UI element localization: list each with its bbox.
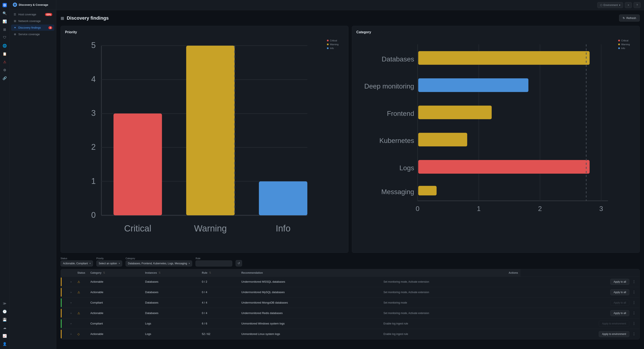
help-button[interactable]: ? bbox=[634, 2, 640, 8]
svg-rect-20 bbox=[259, 181, 307, 215]
rule-sort-icon: ⇅ bbox=[209, 271, 211, 274]
td-status: Actionable bbox=[88, 329, 143, 339]
filter-priority-select[interactable]: Select an option ▾ bbox=[96, 260, 122, 266]
more-options-button[interactable]: ⋮ bbox=[631, 310, 637, 316]
settings-rail-icon[interactable]: ⚙ bbox=[1, 67, 8, 73]
cloud-rail-icon[interactable]: ☁ bbox=[1, 324, 8, 331]
action-button[interactable]: Apply to environment bbox=[599, 331, 629, 337]
integrations-rail-icon[interactable]: 🔗 bbox=[1, 75, 8, 82]
category-value: Databases bbox=[145, 290, 158, 294]
filter-status-label: Status bbox=[60, 257, 93, 260]
sidebar-label-network: Network coverage bbox=[18, 20, 41, 23]
search-rail-icon[interactable]: 🔍 bbox=[1, 10, 8, 17]
svg-rect-45 bbox=[418, 160, 590, 174]
more-options-button[interactable]: ⋮ bbox=[631, 300, 637, 305]
chart-rail-icon[interactable]: 📈 bbox=[1, 332, 8, 339]
td-category: Databases bbox=[143, 297, 200, 308]
filter-rule-input[interactable] bbox=[198, 262, 230, 265]
monitor-rail-icon[interactable]: 📊 bbox=[1, 18, 8, 25]
clock-rail-icon[interactable]: 🕐 bbox=[1, 308, 8, 315]
actions-cell: Apply to all ⋮ bbox=[523, 310, 637, 316]
td-priority-icon: ⚠ bbox=[75, 276, 88, 287]
warning-priority-icon: ⚠ bbox=[78, 311, 80, 315]
th-instances[interactable]: Instances ⇅ bbox=[143, 269, 200, 277]
logo-icon bbox=[1, 2, 8, 9]
filter-rule-label: Rule bbox=[196, 257, 232, 260]
expand-rail-icon[interactable]: ≫ bbox=[1, 300, 8, 307]
th-rule[interactable]: Rule ⇅ bbox=[200, 269, 239, 277]
diamond-priority-icon: ◇ bbox=[78, 332, 80, 336]
svg-rect-44 bbox=[418, 133, 467, 147]
td-rule: Unmonitored Linux system logs bbox=[239, 329, 381, 339]
priority-legend: Critical Warning Info bbox=[327, 38, 344, 50]
sidebar-item-service-coverage[interactable]: ⊕ Service coverage bbox=[11, 31, 54, 37]
alert-rail-icon[interactable]: ⚠ bbox=[1, 59, 8, 65]
filter-status-group: Status Actionable, Compliant ▾ bbox=[60, 257, 93, 266]
row-expand-button[interactable]: › bbox=[70, 301, 72, 305]
page-title-icon: ▦ bbox=[60, 16, 64, 21]
svg-text:5: 5 bbox=[91, 41, 96, 50]
sidebar-item-host-coverage[interactable]: ☰ Host coverage 43% bbox=[11, 11, 54, 18]
sidebar-item-network-coverage[interactable]: ⊞ Network coverage bbox=[11, 18, 54, 24]
sidebar-item-discovery-findings[interactable]: ✦ Discovery findings 3 bbox=[11, 25, 54, 31]
add-button[interactable]: + bbox=[625, 2, 632, 8]
svg-text:3: 3 bbox=[599, 205, 603, 212]
more-options-button[interactable]: ⋮ bbox=[631, 279, 637, 284]
svg-text:Warning: Warning bbox=[194, 223, 227, 233]
svg-text:Frontend: Frontend bbox=[387, 110, 414, 117]
td-status: Compliant bbox=[88, 318, 143, 329]
network-icon: ⊞ bbox=[13, 20, 17, 23]
row-expand-button[interactable]: › bbox=[70, 311, 72, 315]
row-expand-button[interactable]: › bbox=[70, 322, 72, 325]
td-recommendation: Set monitoring mode, Activate extension bbox=[381, 308, 520, 318]
icon-rail: 🔍 📊 ⊞ 🛡 🌐 📋 ⚠ ⚙ 🔗 ≫ 🕐 💾 ☁ 📈 👤 bbox=[0, 0, 10, 349]
env-chevron: ▾ bbox=[619, 4, 620, 7]
td-recommendation: Enable log ingest rule bbox=[381, 318, 520, 329]
page-title-row: ▦ Discovery findings bbox=[60, 15, 109, 21]
th-category[interactable]: Category ⇅ bbox=[88, 269, 143, 277]
row-expand-button[interactable]: › bbox=[70, 332, 72, 336]
filter-rule-input-wrapper bbox=[196, 260, 232, 266]
row-expand-button[interactable]: › bbox=[70, 280, 72, 284]
td-rule: Unmonitored Windows system logs bbox=[239, 318, 381, 329]
actions-cell: Apply to all ⋮ bbox=[523, 279, 637, 285]
recommendation-value: Set monitoring mode, Activate extension bbox=[384, 312, 429, 315]
env-selector[interactable]: ⬡ Environment ▾ bbox=[597, 2, 623, 8]
env-icon: ⬡ bbox=[600, 4, 602, 7]
priority-chart-title: Priority bbox=[65, 30, 344, 34]
svg-rect-19 bbox=[186, 46, 234, 215]
recommendation-value: Set monitoring mode, Activate extension bbox=[384, 280, 429, 283]
filter-category-select[interactable]: Databases, Frontend, Kubernetes, Logs, M… bbox=[126, 260, 192, 266]
shield-rail-icon[interactable]: 🛡 bbox=[1, 34, 8, 41]
row-expand-button[interactable]: › bbox=[70, 290, 72, 294]
refresh-button[interactable]: ↻ Refresh bbox=[619, 15, 640, 22]
td-category: Logs bbox=[143, 329, 200, 339]
service-icon: ⊕ bbox=[13, 33, 17, 36]
person-rail-icon[interactable]: 👤 bbox=[1, 340, 8, 347]
more-options-button[interactable]: ⋮ bbox=[631, 289, 637, 295]
td-instances: 52 / 62 bbox=[200, 329, 239, 339]
globe-rail-icon[interactable]: 🌐 bbox=[1, 42, 8, 49]
td-indicator bbox=[61, 287, 67, 297]
td-actions: Apply to all ⋮ bbox=[520, 308, 640, 318]
cat-info-label: Info bbox=[621, 47, 625, 50]
action-button[interactable]: Apply to all bbox=[610, 310, 629, 316]
action-button[interactable]: Apply to all bbox=[610, 279, 629, 285]
reset-filters-button[interactable]: ↺ bbox=[236, 260, 242, 266]
table-row: › ⚠ Actionable Databases 0 / 4 Undermoni… bbox=[61, 287, 640, 297]
recommendation-value: Set monitoring mode, Activate extension bbox=[384, 291, 429, 294]
critical-label: Critical bbox=[330, 39, 337, 42]
action-button: Apply to environment bbox=[599, 321, 629, 326]
more-options-button[interactable]: ⋮ bbox=[631, 331, 637, 337]
cat-legend-critical: Critical bbox=[618, 39, 635, 42]
filter-status-select[interactable]: Actionable, Compliant ▾ bbox=[60, 260, 93, 266]
grid-rail-icon[interactable]: ⊞ bbox=[1, 26, 8, 33]
storage-rail-icon[interactable]: 💾 bbox=[1, 316, 8, 323]
td-instances: 0 / 4 bbox=[200, 287, 239, 297]
more-options-button[interactable]: ⋮ bbox=[631, 321, 637, 326]
status-value: Actionable bbox=[90, 332, 104, 335]
td-expand: › bbox=[67, 287, 75, 297]
action-button[interactable]: Apply to all bbox=[610, 289, 629, 295]
filter-priority-group: Priority Select an option ▾ bbox=[96, 257, 122, 266]
table-rail-icon[interactable]: 📋 bbox=[1, 50, 8, 57]
